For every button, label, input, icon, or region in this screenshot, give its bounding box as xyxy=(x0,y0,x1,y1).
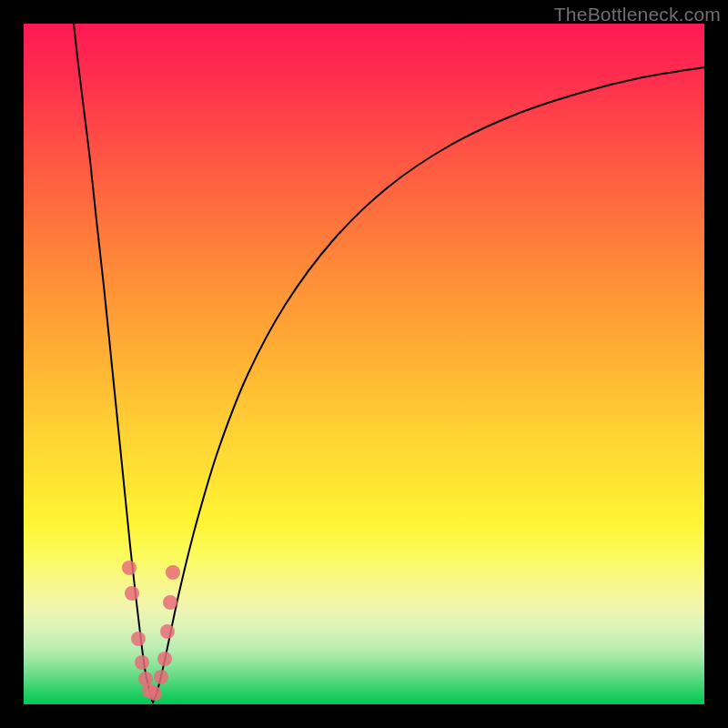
plot-area xyxy=(24,24,704,704)
trough-marker xyxy=(163,595,177,610)
trough-marker xyxy=(122,561,136,575)
curve-left-branch xyxy=(74,24,153,703)
curve-right-branch xyxy=(153,67,704,703)
trough-marker xyxy=(131,632,146,646)
trough-marker xyxy=(125,586,139,601)
trough-marker xyxy=(166,565,180,580)
trough-marker xyxy=(160,624,175,639)
watermark-text: TheBottleneck.com xyxy=(554,4,721,25)
trough-marker xyxy=(147,686,162,701)
trough-marker xyxy=(135,655,149,670)
chart-svg xyxy=(24,24,704,704)
trough-marker xyxy=(157,652,172,666)
trough-marker xyxy=(154,670,168,684)
